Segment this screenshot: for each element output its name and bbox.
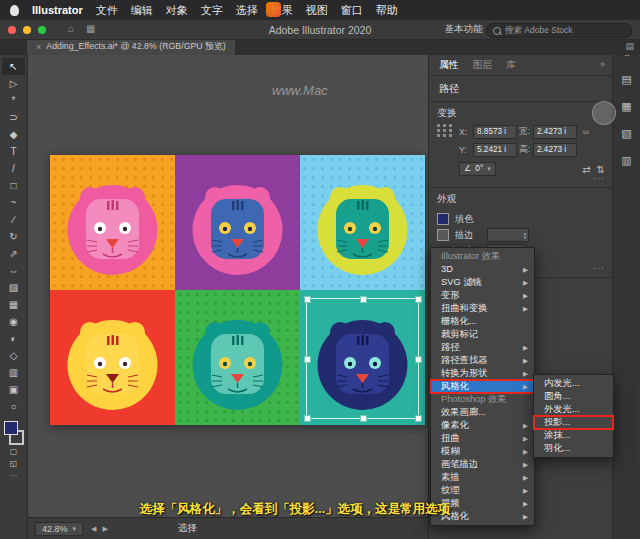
lion-tile-1[interactable] bbox=[50, 155, 175, 290]
next-artboard-icon[interactable]: ▶ bbox=[102, 525, 107, 533]
document-tab[interactable]: × Adding_Effects.ai* @ 42.8% (RGB/GPU 预览… bbox=[27, 39, 235, 55]
menu-item-effect-gallery[interactable]: 效果画廊... bbox=[431, 406, 534, 419]
y-field[interactable]: 5.2421 i bbox=[473, 143, 517, 157]
menu-item-pathfinder[interactable]: 路径查找器▶ bbox=[431, 354, 534, 367]
color-panel-icon[interactable]: ▤ bbox=[621, 73, 631, 86]
width-field[interactable]: 2.4273 i bbox=[533, 125, 577, 139]
blend-tool-icon[interactable]: ◐ bbox=[2, 330, 25, 347]
scale-tool-icon[interactable]: ⇗ bbox=[2, 245, 25, 262]
menu-item-stylize[interactable]: 风格化▶ bbox=[431, 380, 534, 393]
artboard-navigation[interactable]: ◀ ▶ bbox=[91, 525, 108, 533]
selection-tool-icon[interactable]: ↖ bbox=[2, 58, 25, 75]
pencil-tool-icon[interactable]: ∕ bbox=[2, 211, 25, 228]
submenu-item-outer-glow[interactable]: 外发光... bbox=[534, 403, 613, 416]
menu-item-blur[interactable]: 模糊▶ bbox=[431, 445, 534, 458]
layers-panel-icon[interactable]: ▥ bbox=[621, 154, 631, 167]
menu-item-distort-and-transform[interactable]: 扭曲和变换▶ bbox=[431, 302, 534, 315]
fill-swatch[interactable] bbox=[4, 421, 18, 435]
menubar-item-3[interactable]: 文字 bbox=[201, 3, 223, 18]
selection-handle[interactable] bbox=[304, 415, 311, 422]
x-field[interactable]: 8.8573 i bbox=[473, 125, 517, 139]
selection-handle[interactable] bbox=[415, 296, 422, 303]
constrain-proportions-icon[interactable]: ∞ bbox=[577, 127, 595, 137]
menu-item-path[interactable]: 路径▶ bbox=[431, 341, 534, 354]
panel-tab-2[interactable]: 库 bbox=[506, 59, 516, 72]
close-tab-icon[interactable]: × bbox=[36, 42, 41, 52]
draw-normal-mode-icon[interactable]: ▢ bbox=[10, 447, 18, 459]
selection-handle[interactable] bbox=[360, 296, 367, 303]
type-tool-icon[interactable]: T bbox=[2, 143, 25, 160]
stroke-weight-stepper[interactable]: ▴ ▾ bbox=[487, 228, 529, 242]
menubar-item-2[interactable]: 对象 bbox=[166, 3, 188, 18]
selection-handle[interactable] bbox=[304, 356, 311, 363]
submenu-item-round-corners[interactable]: 圆角... bbox=[534, 390, 613, 403]
appearance-more-options[interactable]: ··· bbox=[593, 263, 605, 273]
rotate-tool-icon[interactable]: ↻ bbox=[2, 228, 25, 245]
rotation-angle-field[interactable]: ∠ 0° ▾ bbox=[459, 162, 496, 176]
adobe-stock-search[interactable]: 搜索 Adobe Stock bbox=[486, 23, 632, 38]
menubar-item-1[interactable]: 编辑 bbox=[131, 3, 153, 18]
mesh-tool-icon[interactable]: ▦ bbox=[2, 296, 25, 313]
panel-tab-0[interactable]: 属性 bbox=[439, 59, 459, 72]
zoom-tool-icon[interactable]: ○ bbox=[2, 398, 25, 415]
submenu-item-feather[interactable]: 羽化... bbox=[534, 442, 613, 455]
submenu-item-inner-glow[interactable]: 内发光... bbox=[534, 377, 613, 390]
menubar-item-0[interactable]: 文件 bbox=[96, 3, 118, 18]
toolbar-more-icon[interactable]: ··· bbox=[10, 471, 18, 483]
selection-bounding-box[interactable] bbox=[306, 298, 419, 419]
stepper-down-icon[interactable]: ▾ bbox=[524, 235, 527, 239]
apple-menu-icon[interactable] bbox=[10, 5, 19, 16]
selection-handle[interactable] bbox=[304, 296, 311, 303]
pen-tool-icon[interactable]: ◆ bbox=[2, 126, 25, 143]
screen-mode-icon[interactable]: ◱ bbox=[10, 459, 18, 471]
flip-horizontal-icon[interactable]: ⇄ bbox=[582, 164, 590, 175]
lion-tile-3[interactable] bbox=[300, 155, 425, 290]
direct-selection-tool-icon[interactable]: ▷ bbox=[2, 75, 25, 92]
stroke-color-swatch[interactable] bbox=[437, 229, 449, 241]
transform-more-options[interactable]: ··· bbox=[593, 173, 605, 183]
fill-stroke-swatches[interactable] bbox=[4, 421, 24, 445]
workspace-switcher[interactable]: 基本功能 ▾ bbox=[444, 23, 490, 36]
magic-wand-tool-icon[interactable]: * bbox=[2, 92, 25, 109]
gradient-tool-icon[interactable]: ▨ bbox=[2, 279, 25, 296]
brushes-panel-icon[interactable]: ▧ bbox=[621, 127, 631, 140]
canvas[interactable]: www.Mac bbox=[27, 55, 428, 518]
submenu-item-scribble[interactable]: 涂抹... bbox=[534, 429, 613, 442]
width-tool-icon[interactable]: ⇔ bbox=[2, 262, 25, 279]
menu-item-warp[interactable]: 变形▶ bbox=[431, 289, 534, 302]
paintbrush-tool-icon[interactable]: ~ bbox=[2, 194, 25, 211]
lion-tile-6[interactable] bbox=[300, 290, 425, 425]
tab-list-icon[interactable]: ▤ bbox=[625, 41, 634, 51]
lion-tile-4[interactable] bbox=[50, 290, 175, 425]
menu-item-distort[interactable]: 扭曲▶ bbox=[431, 432, 534, 445]
menu-item-rasterize[interactable]: 栅格化... bbox=[431, 315, 534, 328]
line-segment-tool-icon[interactable]: / bbox=[2, 160, 25, 177]
lasso-tool-icon[interactable]: ⊃ bbox=[2, 109, 25, 126]
selection-handle[interactable] bbox=[415, 415, 422, 422]
fill-color-swatch[interactable] bbox=[437, 213, 449, 225]
selection-handle[interactable] bbox=[415, 356, 422, 363]
prev-artboard-icon[interactable]: ◀ bbox=[91, 525, 96, 533]
symbol-sprayer-tool-icon[interactable]: ◇ bbox=[2, 347, 25, 364]
graph-tool-icon[interactable]: ▥ bbox=[2, 364, 25, 381]
reference-point-locator[interactable] bbox=[437, 124, 453, 137]
artboard-tool-icon[interactable]: ▣ bbox=[2, 381, 25, 398]
menu-item-sketch[interactable]: 素描▶ bbox=[431, 471, 534, 484]
submenu-item-drop-shadow[interactable]: 投影... bbox=[534, 416, 613, 429]
menu-item-svg-filters[interactable]: SVG 滤镜▶ bbox=[431, 276, 534, 289]
selection-handle[interactable] bbox=[360, 415, 367, 422]
swatches-panel-icon[interactable]: ▦ bbox=[621, 100, 631, 113]
lion-tile-2[interactable] bbox=[175, 155, 300, 290]
eyedropper-tool-icon[interactable]: ◉ bbox=[2, 313, 25, 330]
height-field[interactable]: 2.4273 i bbox=[533, 143, 577, 157]
app-menu-illustrator[interactable]: Illustrator bbox=[32, 4, 83, 16]
menubar-item-7[interactable]: 窗口 bbox=[341, 3, 363, 18]
menu-item-convert-to-shape[interactable]: 转换为形状▶ bbox=[431, 367, 534, 380]
menubar-item-8[interactable]: 帮助 bbox=[376, 3, 398, 18]
lion-tile-5[interactable] bbox=[175, 290, 300, 425]
menu-item-crop-marks[interactable]: 裁剪标记 bbox=[431, 328, 534, 341]
artboard[interactable] bbox=[50, 155, 425, 425]
panel-tab-1[interactable]: 图层 bbox=[473, 59, 493, 72]
menu-item-texture[interactable]: 纹理▶ bbox=[431, 484, 534, 497]
menu-item-brush-strokes[interactable]: 画笔描边▶ bbox=[431, 458, 534, 471]
